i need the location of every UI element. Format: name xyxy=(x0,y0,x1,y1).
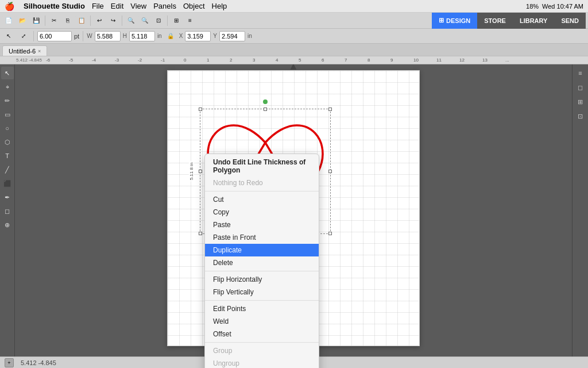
clock: Wed 10:47 AM xyxy=(542,3,583,10)
ruler-tick: 2 xyxy=(230,57,232,63)
x-input[interactable] xyxy=(185,31,211,41)
ctx-flip-vertically[interactable]: Flip Vertically xyxy=(205,286,319,298)
ruler-tick: 11 xyxy=(436,57,442,63)
document-tab[interactable]: Untitled-6 × xyxy=(2,45,47,56)
ctx-paste[interactable]: Paste xyxy=(205,218,319,231)
design-grid-icon: ⊞ xyxy=(439,17,444,24)
lock-ratio-button[interactable]: 🔒 xyxy=(164,30,177,42)
ruler-tick: ... xyxy=(505,57,509,63)
grid-button[interactable]: ⊞ xyxy=(170,15,183,26)
menu-panels[interactable]: Panels xyxy=(153,2,176,10)
library-tab-button[interactable]: LIBRARY xyxy=(513,13,554,29)
new-button[interactable]: 📄 xyxy=(2,15,15,26)
stroke-size-input[interactable] xyxy=(37,31,72,41)
ruler-tick: 0 xyxy=(184,57,186,63)
polygon-tool-button[interactable]: ⬡ xyxy=(1,136,14,148)
ctx-separator-4 xyxy=(205,342,319,343)
ruler-tick: 1 xyxy=(207,57,209,63)
ruler-tick: 3 xyxy=(253,57,255,63)
menu-edit[interactable]: Edit xyxy=(111,2,123,10)
apple-logo-icon: 🍎 xyxy=(5,2,14,11)
y-input[interactable] xyxy=(219,31,245,41)
send-tab-button[interactable]: SEND xyxy=(554,13,586,29)
ctx-offset[interactable]: Offset xyxy=(205,328,319,340)
zoom-canvas-button[interactable]: ⊕ xyxy=(1,218,14,231)
status-coords: 5.412 -4.845 xyxy=(21,359,56,366)
store-tab-button[interactable]: STORE xyxy=(477,13,513,29)
node-tool-button[interactable]: ⌖ xyxy=(1,80,14,93)
rpanel-btn-3[interactable]: ⊞ xyxy=(574,95,587,108)
ctx-copy[interactable]: Copy xyxy=(205,206,319,218)
handle-bottom-left[interactable] xyxy=(199,232,202,235)
rpanel-btn-2[interactable]: ◻ xyxy=(574,81,587,94)
w-label: W xyxy=(87,33,92,39)
tab-close-button[interactable]: × xyxy=(38,48,41,54)
text-tool-button[interactable]: T xyxy=(1,150,14,162)
menu-object[interactable]: Object xyxy=(183,2,205,10)
save-button[interactable]: 💾 xyxy=(30,15,42,26)
height-input[interactable] xyxy=(129,31,155,41)
height-dimension-label: 5.11 8 in xyxy=(189,162,194,182)
select-tool-button[interactable]: ↖ xyxy=(1,67,14,79)
send-label: SEND xyxy=(561,17,579,24)
ruler-tick: -6 xyxy=(46,57,50,63)
handle-middle-right[interactable] xyxy=(328,170,332,173)
ctx-cut[interactable]: Cut xyxy=(205,193,319,206)
ctx-undo-header[interactable]: Undo Edit Line Thickness of Polygon xyxy=(205,156,319,177)
y-label: Y xyxy=(213,33,217,39)
paste-tool-button[interactable]: 📋 xyxy=(75,15,88,26)
battery-indicator: 18% xyxy=(526,3,539,10)
coord-readout: 5.412 -4.845 xyxy=(16,57,42,63)
handle-bottom-right[interactable] xyxy=(328,232,332,235)
handle-top-right[interactable] xyxy=(328,108,332,111)
rpanel-btn-1[interactable]: ≡ xyxy=(574,67,587,79)
add-page-button[interactable]: + xyxy=(5,358,14,367)
copy-tool-button[interactable]: ⎘ xyxy=(61,15,74,26)
width-input[interactable] xyxy=(95,31,121,41)
menu-app-name[interactable]: Silhouette Studio xyxy=(24,2,85,10)
eyedropper-tool-button[interactable]: ✒ xyxy=(1,191,14,204)
design-tab-button[interactable]: ⊞ DESIGN xyxy=(432,13,477,29)
ellipse-tool-button[interactable]: ○ xyxy=(1,122,14,135)
fit-button[interactable]: ⊡ xyxy=(152,15,165,26)
design-label: DESIGN xyxy=(446,17,470,24)
menu-help[interactable]: Help xyxy=(212,2,227,10)
ctx-delete[interactable]: Delete xyxy=(205,256,319,269)
pt-label: pt xyxy=(74,33,79,40)
draw-tool-button[interactable]: ✏ xyxy=(1,94,14,107)
zoom-out-button[interactable]: 🔍 xyxy=(138,15,151,26)
cut-tool-button[interactable]: ✂ xyxy=(48,15,60,26)
separator-t2 xyxy=(83,31,83,41)
rectangle-tool-button[interactable]: ▭ xyxy=(1,108,14,121)
rpanel-btn-4[interactable]: ⊡ xyxy=(574,110,587,122)
ctx-edit-points[interactable]: Edit Points xyxy=(205,302,319,315)
undo-button[interactable]: ↩ xyxy=(93,15,106,26)
redo-button[interactable]: ↪ xyxy=(107,15,119,26)
transform-tool[interactable]: ⤢ xyxy=(17,30,30,42)
rotate-handle[interactable] xyxy=(263,99,268,104)
ctx-paste-in-front[interactable]: Paste in Front xyxy=(205,231,319,244)
ctx-duplicate[interactable]: Duplicate xyxy=(205,244,319,256)
canvas-area[interactable]: ▲ ⊕ xyxy=(15,64,572,368)
select-tool[interactable]: ↖ xyxy=(2,30,15,42)
eraser-tool-button[interactable]: ◻ xyxy=(1,205,14,217)
align-button[interactable]: ≡ xyxy=(184,15,196,26)
ruler-tick: 4 xyxy=(276,57,278,63)
separator-3 xyxy=(122,16,122,26)
ctx-separator-2 xyxy=(205,271,319,271)
zoom-in-button[interactable]: 🔍 xyxy=(125,15,137,26)
ctx-weld[interactable]: Weld xyxy=(205,315,319,328)
menu-view[interactable]: View xyxy=(130,2,146,10)
right-panel: ≡ ◻ ⊞ ⊡ xyxy=(572,64,588,368)
menu-bar: 🍎 Silhouette Studio File Edit View Panel… xyxy=(0,0,588,13)
ruler-tick: 13 xyxy=(482,57,488,63)
line-tool-button[interactable]: ╱ xyxy=(1,163,14,176)
x-label: X xyxy=(179,33,183,39)
menu-file[interactable]: File xyxy=(92,2,104,10)
fill-tool-button[interactable]: ⬛ xyxy=(1,177,14,190)
ruler-tick: -2 xyxy=(138,57,142,63)
separator-1 xyxy=(45,16,45,26)
ctx-flip-horizontally[interactable]: Flip Horizontally xyxy=(205,273,319,286)
open-button[interactable]: 📂 xyxy=(16,15,29,26)
ruler-tick: -5 xyxy=(69,57,73,63)
